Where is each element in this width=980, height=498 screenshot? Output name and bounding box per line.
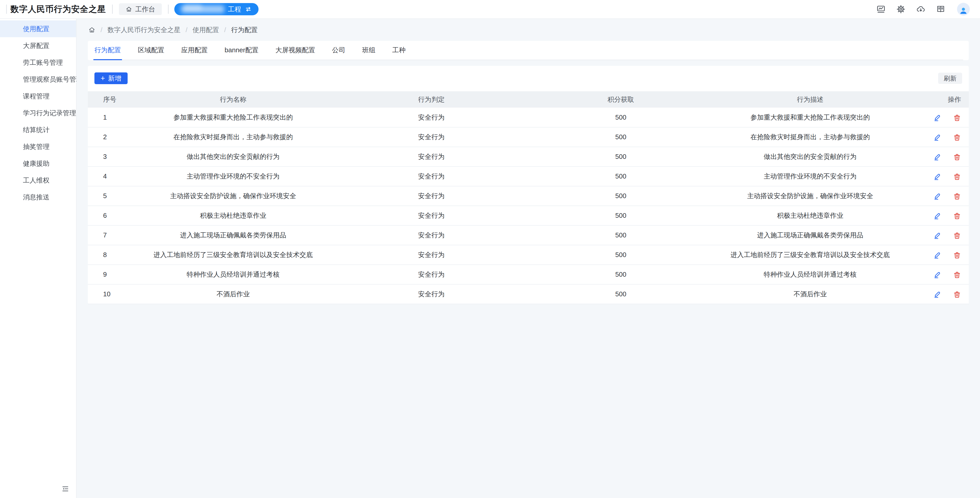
cell-behavior-name: 在抢险救灾时挺身而出，主动参与救援的 (141, 127, 326, 147)
cell-behavior-judgement: 安全行为 (326, 167, 537, 186)
book-manual-icon[interactable] (936, 5, 945, 14)
divider (6, 5, 7, 14)
cell-behavior-judgement: 安全行为 (326, 265, 537, 284)
cell-actions (916, 127, 969, 147)
edit-button[interactable] (933, 133, 942, 141)
sidebar-item-1[interactable]: 使用配置 (0, 21, 76, 37)
table-row: 3 做出其他突出的安全贡献的行为 安全行为 500 做出其他突出的安全贡献的行为 (88, 147, 969, 167)
sidebar-item-11[interactable]: 消息推送 (0, 189, 76, 206)
tab-3[interactable]: 应用配置 (180, 41, 209, 60)
board-chart-icon (9, 109, 17, 117)
breadcrumb-item-2[interactable]: 使用配置 (192, 25, 219, 35)
person-icon (958, 5, 969, 16)
tab-8[interactable]: 工种 (391, 41, 407, 60)
sidebar-item-10[interactable]: 工人维权 (0, 172, 76, 189)
sidebar-item-label: 使用配置 (23, 24, 49, 33)
cell-behavior-name: 进入工地前经历了三级安全教育培训以及安全技术交底 (141, 245, 326, 265)
sidebar-item-label: 结算统计 (23, 125, 49, 134)
trash-icon (953, 172, 961, 181)
sidebar-item-3[interactable]: 劳工账号管理 (0, 54, 76, 71)
sidebar-collapse-button[interactable] (60, 484, 70, 494)
tab-4[interactable]: banner配置 (224, 41, 259, 60)
sidebar-item-label: 工人维权 (23, 176, 49, 185)
edit-button[interactable] (933, 251, 942, 259)
cell-score: 500 (537, 265, 704, 284)
column-header-6: 操作 (916, 91, 969, 108)
breadcrumb-item-1[interactable]: 数字人民币行为安全之星 (107, 25, 180, 35)
cell-index: 6 (88, 206, 141, 225)
monitor-chart-icon[interactable] (877, 5, 886, 14)
board-chart-icon (9, 126, 17, 133)
table-row: 5 主动搭设安全防护设施，确保作业环境安全 安全行为 500 主动搭设安全防护设… (88, 186, 969, 206)
sidebar-item-9[interactable]: 健康援助 (0, 155, 76, 172)
delete-button[interactable] (953, 113, 961, 122)
tab-bar: 行为配置区域配置应用配置banner配置大屏视频配置公司班组工种 (94, 41, 963, 60)
settings-gear-icon[interactable] (896, 5, 905, 14)
edit-button[interactable] (933, 153, 942, 161)
delete-button[interactable] (953, 172, 961, 181)
table-row: 7 进入施工现场正确佩戴各类劳保用品 安全行为 500 进入施工现场正确佩戴各类… (88, 225, 969, 245)
edit-pencil-icon (933, 271, 942, 279)
redacted-project-name (181, 5, 224, 13)
board-chart-icon (9, 176, 17, 184)
sidebar-item-label: 消息推送 (23, 193, 49, 202)
table-body: 1 参加重大救援和重大抢险工作表现突出的 安全行为 500 参加重大救援和重大抢… (88, 108, 969, 304)
edit-pencil-icon (933, 192, 942, 200)
breadcrumb-home-icon[interactable] (88, 26, 95, 33)
edit-pencil-icon (933, 153, 942, 161)
trash-icon (953, 290, 961, 298)
cell-behavior-description: 主动搭设安全防护设施，确保作业环境安全 (704, 186, 916, 206)
workbench-button[interactable]: 工作台 (119, 3, 162, 15)
sidebar-item-4[interactable]: 管理观察员账号管理 (0, 71, 76, 88)
edit-button[interactable] (933, 231, 942, 239)
cell-behavior-description: 主动管理作业环境的不安全行为 (704, 167, 916, 186)
sidebar-item-6[interactable]: 学习行为记录管理 (0, 105, 76, 121)
edit-button[interactable] (933, 113, 942, 122)
breadcrumb-separator: / (224, 26, 226, 34)
column-header-5: 行为描述 (704, 91, 916, 108)
refresh-button[interactable]: 刷新 (938, 73, 962, 84)
delete-button[interactable] (953, 133, 961, 141)
user-avatar[interactable] (957, 3, 970, 16)
delete-button[interactable] (953, 251, 961, 259)
edit-button[interactable] (933, 212, 942, 220)
tab-6[interactable]: 公司 (331, 41, 346, 60)
breadcrumb-item-3[interactable]: 行为配置 (231, 25, 258, 35)
cell-behavior-name: 不酒后作业 (141, 284, 326, 304)
edit-button[interactable] (933, 271, 942, 279)
edit-button[interactable] (933, 172, 942, 181)
delete-button[interactable] (953, 192, 961, 200)
add-button[interactable]: + 新增 (94, 72, 127, 84)
cell-actions (916, 206, 969, 225)
project-switcher-pill[interactable]: 工程 (174, 3, 259, 15)
delete-button[interactable] (953, 212, 961, 220)
edit-button[interactable] (933, 192, 942, 200)
cell-behavior-judgement: 安全行为 (326, 108, 537, 127)
delete-button[interactable] (953, 153, 961, 161)
fold-icon (62, 485, 69, 493)
sidebar-item-5[interactable]: 课程管理 (0, 88, 76, 105)
tab-1[interactable]: 行为配置 (94, 41, 122, 60)
cell-behavior-description: 不酒后作业 (704, 284, 916, 304)
cell-index: 1 (88, 108, 141, 127)
edit-pencil-icon (933, 212, 942, 220)
table-card: + 新增 刷新 序号行为名称行为判定积分获取行为描述操作 1 参加重大救援和重大… (88, 66, 969, 304)
sidebar-item-8[interactable]: 抽奖管理 (0, 138, 76, 155)
trash-icon (953, 113, 961, 122)
delete-button[interactable] (953, 231, 961, 239)
cell-score: 500 (537, 167, 704, 186)
sidebar-item-label: 学习行为记录管理 (23, 109, 76, 117)
edit-button[interactable] (933, 290, 942, 298)
divider (168, 5, 169, 14)
sidebar-item-2[interactable]: 大屏配置 (0, 37, 76, 54)
tab-5[interactable]: 大屏视频配置 (274, 41, 316, 60)
sidebar-item-7[interactable]: 结算统计 (0, 121, 76, 138)
cell-behavior-name: 参加重大救援和重大抢险工作表现突出的 (141, 108, 326, 127)
edit-pencil-icon (933, 133, 942, 141)
board-chart-icon (9, 160, 17, 167)
delete-button[interactable] (953, 271, 961, 279)
tab-2[interactable]: 区域配置 (137, 41, 165, 60)
delete-button[interactable] (953, 290, 961, 298)
tab-7[interactable]: 班组 (361, 41, 376, 60)
cloud-download-icon[interactable] (916, 5, 925, 14)
